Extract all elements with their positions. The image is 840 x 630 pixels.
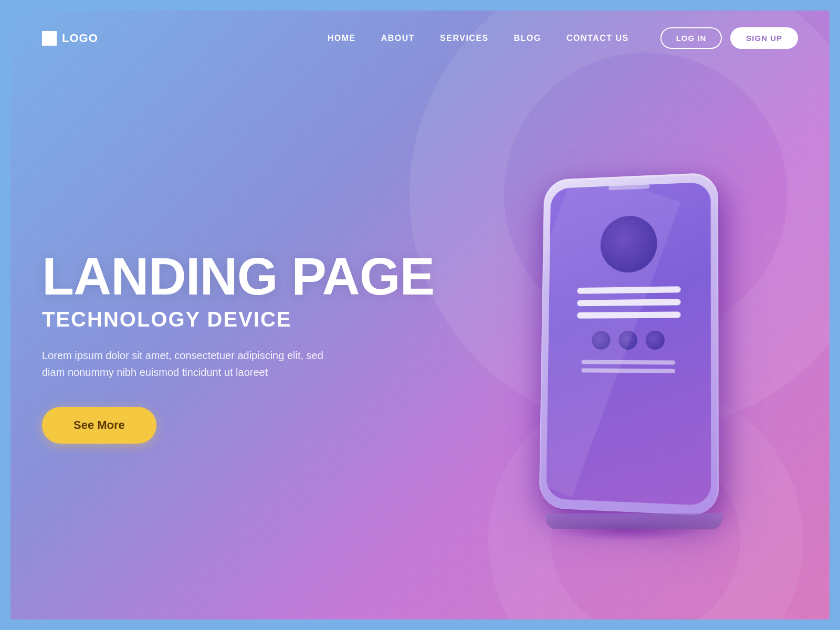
app-line-2: [577, 299, 680, 306]
app-line-1: [577, 286, 680, 294]
hero-subtitle: TECHNOLOGY DEVICE: [42, 308, 437, 331]
app-dot-3: [646, 331, 665, 350]
phone-illustration: [528, 168, 728, 525]
see-more-button[interactable]: See More: [42, 407, 156, 444]
nav-services[interactable]: SERVICES: [440, 34, 489, 43]
app-dot-1: [592, 331, 610, 350]
nav-actions: LOG IN SIGN UP: [660, 27, 798, 49]
app-line-sm-1: [581, 360, 675, 365]
login-button[interactable]: LOG IN: [660, 27, 722, 49]
logo: LOGO: [42, 31, 98, 46]
hero-description: Lorem ipsum dolor sit amet, consectetuer…: [42, 347, 346, 381]
hero-content: LANDING PAGE TECHNOLOGY DEVICE Lorem ips…: [42, 250, 458, 444]
app-line-sm-2: [581, 368, 675, 373]
logo-text: LOGO: [62, 32, 98, 45]
nav-home[interactable]: HOME: [328, 34, 356, 43]
navbar: LOGO HOME ABOUT SERVICES BLOG CONTACT US…: [10, 10, 830, 66]
nav-blog[interactable]: BLOG: [514, 34, 541, 43]
nav-links: HOME ABOUT SERVICES BLOG CONTACT US: [328, 34, 629, 43]
app-avatar: [600, 215, 657, 274]
page-wrapper: LOGO HOME ABOUT SERVICES BLOG CONTACT US…: [10, 10, 830, 620]
outer-border: LOGO HOME ABOUT SERVICES BLOG CONTACT US…: [0, 0, 840, 630]
phone-screen: [546, 182, 711, 506]
phone-body: [539, 172, 719, 516]
app-dot-2: [618, 331, 637, 350]
app-dots: [592, 331, 665, 350]
nav-about[interactable]: ABOUT: [381, 34, 415, 43]
logo-icon: [42, 31, 57, 46]
app-line-3: [577, 311, 681, 318]
hero-title: LANDING PAGE: [42, 250, 437, 302]
nav-contact[interactable]: CONTACT US: [566, 34, 629, 43]
hero-section: LANDING PAGE TECHNOLOGY DEVICE Lorem ips…: [10, 66, 830, 617]
hero-visual: [458, 168, 798, 525]
signup-button[interactable]: SIGN UP: [730, 27, 798, 49]
phone-base: [545, 513, 723, 530]
